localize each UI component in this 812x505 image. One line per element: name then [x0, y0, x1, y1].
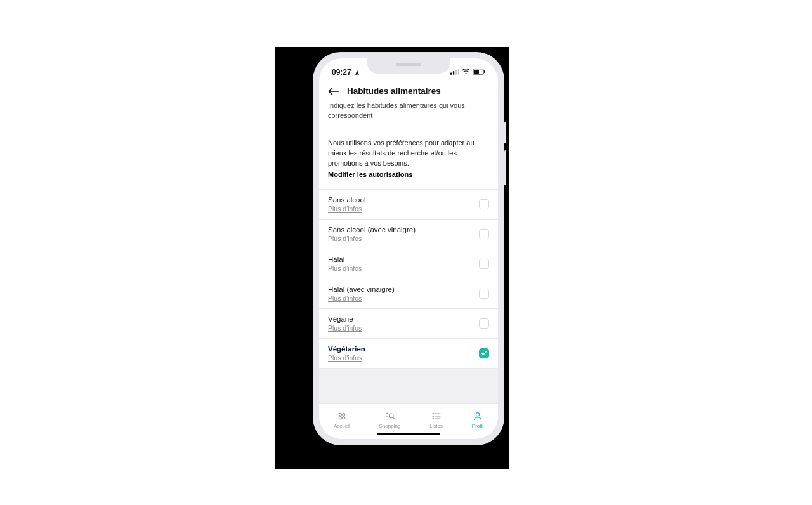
svg-point-15 [433, 418, 433, 419]
svg-point-8 [339, 413, 341, 416]
svg-point-12 [390, 414, 394, 418]
option-label: Végétarien [328, 345, 365, 353]
tab-label: Listes [429, 423, 443, 429]
more-info-link[interactable]: Plus d'infos [328, 235, 416, 242]
option-label: Halal [328, 256, 362, 263]
tab-label: Profil [472, 423, 483, 429]
more-info-link[interactable]: Plus d'infos [328, 354, 365, 362]
option-row-halal-vinaigre[interactable]: Halal (avec vinaigre) Plus d'infos [319, 279, 498, 309]
option-label: Sans alcool (avec vinaigre) [328, 226, 416, 233]
home-icon [337, 411, 347, 421]
option-label: Halal (avec vinaigre) [328, 285, 395, 293]
info-block: Nous utilisons vos préférences pour adap… [319, 129, 498, 190]
checkbox[interactable] [479, 229, 489, 239]
page-title: Habitudes alimentaires [347, 86, 441, 96]
info-text: Nous utilisons vos préférences pour adap… [328, 138, 489, 169]
svg-rect-3 [458, 69, 459, 74]
status-time: 09:27 [332, 68, 351, 77]
option-label: Végane [328, 315, 362, 323]
checkbox[interactable] [479, 289, 489, 299]
list-icon [431, 411, 442, 421]
edit-permissions-link[interactable]: Modifier les autorisations [328, 170, 412, 180]
checkbox-checked[interactable] [479, 348, 489, 358]
home-indicator[interactable] [377, 433, 440, 435]
tab-shopping[interactable]: Shopping [379, 411, 401, 429]
tab-profile[interactable]: Profil [472, 411, 483, 429]
more-info-link[interactable]: Plus d'infos [328, 205, 365, 213]
svg-rect-1 [453, 71, 454, 74]
svg-point-11 [342, 416, 344, 419]
option-label: Sans alcool [328, 196, 365, 204]
back-arrow-icon[interactable] [328, 87, 339, 96]
svg-point-16 [476, 412, 479, 416]
profile-icon [473, 411, 483, 421]
option-row-sans-alcool-vinaigre[interactable]: Sans alcool (avec vinaigre) Plus d'infos [319, 220, 498, 249]
more-info-link[interactable]: Plus d'infos [328, 324, 362, 332]
svg-point-13 [433, 413, 433, 414]
option-row-halal[interactable]: Halal Plus d'infos [319, 249, 498, 279]
checkbox[interactable] [479, 259, 489, 269]
content-gap [319, 369, 498, 403]
tab-home[interactable]: Accueil [334, 411, 350, 429]
more-info-link[interactable]: Plus d'infos [328, 265, 362, 272]
checkbox[interactable] [479, 199, 489, 209]
options-list: Sans alcool Plus d'infos Sans alcool (av… [319, 190, 498, 369]
checkbox[interactable] [479, 318, 489, 329]
svg-rect-2 [455, 70, 457, 75]
option-row-vegetarien[interactable]: Végétarien Plus d'infos [319, 339, 498, 369]
tab-lists[interactable]: Listes [429, 411, 443, 429]
svg-rect-7 [484, 70, 485, 73]
phone-shell: 09:27 Habitudes aliment [313, 52, 504, 445]
svg-point-4 [466, 73, 467, 74]
wifi-icon [462, 68, 470, 77]
status-icons [450, 68, 485, 77]
search-list-icon [384, 411, 395, 421]
notch [367, 58, 450, 74]
option-row-sans-alcool[interactable]: Sans alcool Plus d'infos [319, 190, 498, 220]
page-header: Habitudes alimentaires [319, 80, 498, 101]
svg-point-10 [339, 416, 341, 419]
option-row-vegane[interactable]: Végane Plus d'infos [319, 309, 498, 339]
battery-icon [473, 68, 485, 77]
location-icon [354, 69, 360, 75]
tab-label: Accueil [334, 423, 350, 429]
svg-point-9 [342, 413, 344, 416]
svg-rect-0 [450, 73, 452, 75]
signal-icon [450, 68, 459, 77]
more-info-link[interactable]: Plus d'infos [328, 294, 395, 302]
screen: 09:27 Habitudes aliment [319, 58, 498, 439]
svg-point-14 [433, 416, 433, 416]
page-subtitle: Indiquez les habitudes alimentaires qui … [319, 101, 498, 129]
svg-rect-6 [474, 70, 479, 74]
tab-label: Shopping [379, 423, 401, 429]
